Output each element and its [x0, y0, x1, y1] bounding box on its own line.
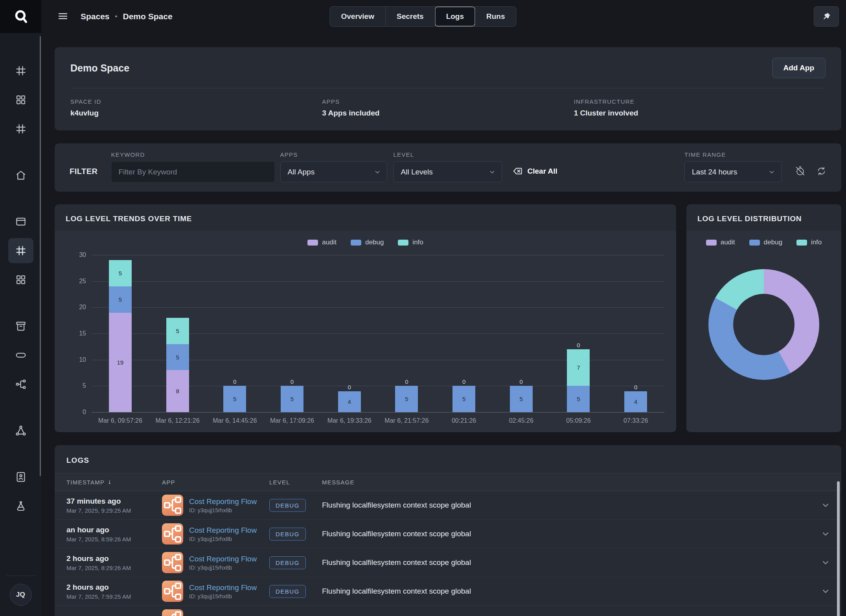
log-time-absolute: Mar 7, 2025, 8:59:26 AM [66, 536, 162, 543]
logs-scrollbar-thumb[interactable] [837, 481, 840, 616]
legend-item-info[interactable]: info [796, 238, 822, 246]
sidebar: JQ [0, 33, 41, 616]
x-tick-label: Mar 6, 21:57:26 [378, 417, 436, 424]
legend-item-audit[interactable]: audit [706, 238, 735, 246]
app-link[interactable]: Cost Reporting Flow [189, 583, 257, 592]
level-select[interactable]: All Levels [394, 161, 502, 182]
sidebar-item-archive[interactable] [8, 314, 33, 339]
bar-stack: 4 [624, 391, 647, 412]
log-row[interactable]: 2 hours agoMar 7, 2025, 7:59:25 AMCost R… [55, 577, 841, 606]
main-content: Demo Space Add App SPACE IDk4uvlugAPPS3 … [41, 33, 846, 616]
app-root: Spaces • Demo Space OverviewSecretsLogsR… [0, 0, 846, 616]
column-header-message: MESSAGE [322, 479, 810, 486]
log-time-absolute: Mar 7, 2025, 7:59:25 AM [66, 593, 162, 600]
breadcrumb-spaces[interactable]: Spaces [81, 12, 110, 21]
meta-value: k4uvlug [70, 109, 322, 117]
y-tick-label: 10 [69, 356, 86, 363]
tab-secrets[interactable]: Secrets [385, 7, 435, 26]
y-tick-label: 15 [69, 330, 86, 337]
disable-auto-refresh-button[interactable] [793, 164, 807, 178]
legend-swatch [307, 240, 318, 246]
row-expand-button[interactable] [810, 557, 841, 568]
level-badge: DEBUG [269, 499, 306, 512]
breadcrumb: Spaces • Demo Space [81, 12, 173, 21]
log-row[interactable]: 2 hours agoMar 7, 2025, 8:29:26 AMCost R… [55, 548, 841, 577]
bar-column: 05 [493, 255, 550, 412]
log-row[interactable] [55, 606, 841, 616]
filter-bar: FILTER KEYWORD APPS All Apps LEVEL All L… [55, 143, 841, 192]
clear-all-label: Clear All [528, 167, 557, 176]
log-app: Cost Reporting FlowID: y3qujj15rhx8b [162, 581, 269, 602]
refresh-button[interactable] [815, 164, 828, 178]
tab-overview[interactable]: Overview [330, 7, 385, 26]
row-expand-button[interactable] [810, 586, 841, 596]
frame-icon [15, 245, 27, 257]
apps-filter-group: APPS All Apps [280, 151, 387, 182]
sidebar-item-grid[interactable] [8, 267, 33, 292]
log-message: Flushing localfilesystem context scope g… [322, 501, 810, 510]
sidebar-item-window[interactable] [8, 209, 33, 234]
log-row[interactable]: 37 minutes agoMar 7, 2025, 9:29:25 AMCos… [55, 491, 841, 520]
row-expand-button[interactable] [810, 500, 841, 510]
log-row[interactable]: an hour agoMar 7, 2025, 8:59:26 AMCost R… [55, 520, 841, 548]
hamburger-icon [57, 10, 69, 22]
bar-segment-info: 5 [166, 318, 189, 344]
x-tick-label: Mar 6, 19:33:26 [321, 417, 378, 424]
app-link[interactable]: Cost Reporting Flow [189, 526, 257, 534]
sidebar-item-frame[interactable] [8, 116, 33, 141]
legend-item-debug[interactable]: debug [749, 238, 782, 246]
sidebar-item-home[interactable] [8, 163, 33, 188]
sidebar-item-grid[interactable] [8, 87, 33, 112]
keyword-search-input[interactable] [111, 161, 275, 182]
x-tick-label: Mar 6, 09:57:26 [92, 417, 149, 424]
app-logo[interactable] [0, 0, 41, 33]
legend-swatch [796, 240, 807, 246]
y-tick-label: 0 [69, 409, 86, 416]
log-message: Flushing localfilesystem context scope g… [322, 530, 810, 538]
sidebar-item-id-card[interactable] [8, 464, 33, 490]
add-app-button[interactable]: Add App [772, 58, 826, 78]
menu-button[interactable] [57, 10, 69, 23]
sidebar-item-frame[interactable] [8, 238, 33, 263]
column-header-timestamp[interactable]: TIMESTAMP ↓ [66, 478, 162, 486]
log-level: DEBUG [269, 585, 322, 598]
sidebar-group [8, 163, 33, 192]
sidebar-item-pill[interactable] [8, 343, 33, 368]
bar-column: 04 [321, 255, 378, 412]
time-range-select[interactable]: Last 24 hours [684, 161, 782, 182]
sidebar-group [8, 418, 33, 447]
pill-icon [15, 349, 27, 361]
level-filter-label: LEVEL [394, 151, 502, 158]
filter-section-label: FILTER [70, 167, 98, 176]
app-link[interactable]: Cost Reporting Flow [189, 555, 257, 563]
meta-value: 1 Cluster involved [574, 109, 826, 117]
avatar[interactable]: JQ [10, 584, 32, 606]
legend-label: audit [721, 238, 735, 246]
row-expand-button[interactable] [810, 529, 841, 539]
legend-item-audit[interactable]: audit [307, 238, 337, 246]
pushpin-icon [821, 11, 831, 22]
window-icon [15, 216, 27, 227]
space-meta-item: INFRASTRUCTURE1 Cluster involved [574, 98, 826, 117]
legend-item-info[interactable]: info [398, 238, 423, 246]
clear-all-button[interactable]: Clear All [512, 166, 557, 176]
log-time-absolute: Mar 7, 2025, 9:29:25 AM [66, 507, 162, 514]
app-link[interactable]: Cost Reporting Flow [189, 497, 257, 506]
legend-label: info [811, 238, 822, 246]
logs-table-body: 37 minutes agoMar 7, 2025, 9:29:25 AMCos… [55, 491, 841, 616]
log-time-relative: 2 hours ago [66, 554, 162, 563]
legend-label: debug [365, 238, 384, 246]
apps-select[interactable]: All Apps [280, 161, 387, 182]
logs-table-header: TIMESTAMP ↓APPLEVELMESSAGE [55, 473, 841, 491]
tab-runs[interactable]: Runs [475, 7, 516, 26]
legend-label: info [412, 238, 423, 246]
sidebar-item-flask[interactable] [8, 493, 33, 519]
pin-button[interactable] [814, 6, 839, 27]
sidebar-item-flow[interactable] [8, 372, 33, 397]
tab-logs[interactable]: Logs [435, 7, 475, 26]
sidebar-item-frame[interactable] [8, 58, 33, 83]
sidebar-scrollbar[interactable] [40, 36, 41, 476]
sidebar-item-nodes[interactable] [8, 418, 33, 443]
legend-item-debug[interactable]: debug [351, 238, 384, 246]
trends-legend: auditdebuginfo [66, 235, 664, 255]
